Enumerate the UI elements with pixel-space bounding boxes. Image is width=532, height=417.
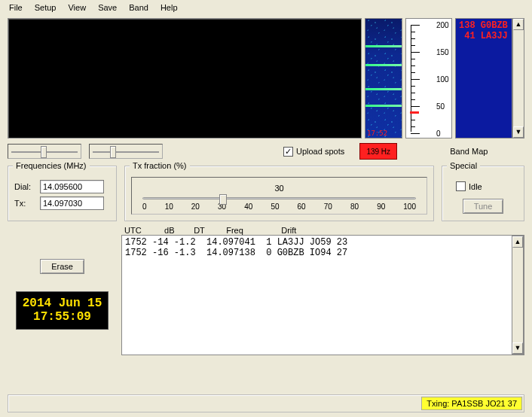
menu-file[interactable]: File: [3, 2, 29, 14]
tune-button[interactable]: Tune: [463, 199, 504, 214]
band-map-scrollbar[interactable]: ▲ ▼: [512, 18, 524, 138]
decode-scrollbar[interactable]: ▲ ▼: [512, 236, 524, 355]
controls-row: ✓ Upload spots 139 Hz Band Map: [8, 143, 524, 160]
tx-fraction-value: 30: [142, 184, 416, 193]
decode-row: 1752 -14 -1.2 14.097041 1 LA3JJ JO59 23: [125, 237, 509, 248]
scroll-down-icon[interactable]: ▼: [512, 342, 523, 354]
tx-fraction-group: Tx fraction (%) 30 0 10 20 30 40 50 60 7…: [124, 166, 434, 221]
frequencies-group: Frequencies (MHz) Dial: Tx:: [8, 166, 117, 221]
gain-slider-2[interactable]: [89, 144, 163, 159]
band-map-label: Band Map: [450, 147, 488, 156]
idle-label: Idle: [469, 182, 482, 191]
waterfall-display[interactable]: [8, 18, 362, 138]
band-map[interactable]: 138 G0BZB 41 LA3JJ: [455, 18, 512, 138]
hz-indicator: 139 Hz: [359, 143, 397, 160]
scroll-up-icon[interactable]: ▲: [513, 19, 524, 30]
menu-setup[interactable]: Setup: [29, 2, 63, 14]
upload-spots-label: Upload spots: [296, 147, 344, 156]
menu-bar: File Setup View Save Band Help: [0, 0, 532, 15]
decode-row: 1752 -16 -1.3 14.097138 0 G0BZB IO94 27: [125, 248, 509, 258]
special-group: Special Idle Tune: [442, 166, 524, 221]
idle-checkbox[interactable]: [456, 181, 466, 191]
spectrum-timestamp: 17:52: [367, 129, 387, 137]
menu-save[interactable]: Save: [92, 2, 123, 14]
gain-slider-1[interactable]: [8, 144, 81, 159]
scroll-up-icon[interactable]: ▲: [512, 236, 523, 248]
tx-fraction-ticks: 0 10 20 30 40 50 60 70 80 90 100: [142, 202, 416, 211]
upload-spots-checkbox[interactable]: ✓: [283, 147, 293, 157]
dial-label: Dial:: [14, 182, 37, 191]
top-region: 17:52 200 150 100 50 0 138 G0BZB 41 LA3J…: [8, 18, 524, 138]
settings-row: Frequencies (MHz) Dial: Tx: Tx fraction …: [8, 166, 524, 221]
menu-help[interactable]: Help: [154, 2, 184, 14]
tx-input[interactable]: [40, 196, 104, 210]
tx-status: Txing: PA1SSB JO21 37: [421, 397, 522, 410]
tx-label: Tx:: [14, 199, 37, 208]
lower-row: Erase 2014 Jun 15 17:55:09 UTC dB DT Fre…: [8, 226, 524, 355]
spectrum-display[interactable]: 17:52: [365, 18, 402, 138]
scroll-down-icon[interactable]: ▼: [513, 126, 524, 138]
decode-header: UTC dB DT Freq Drift: [121, 226, 524, 235]
menu-band[interactable]: Band: [123, 2, 154, 14]
clock-display: 2014 Jun 15 17:55:09: [17, 292, 109, 329]
scale-red-marker: [410, 111, 419, 114]
menu-view[interactable]: View: [62, 2, 92, 14]
tx-fraction-slider[interactable]: [142, 197, 416, 199]
frequency-scale: 200 150 100 50 0: [405, 18, 452, 138]
dial-input[interactable]: [40, 180, 104, 193]
decode-list[interactable]: 1752 -14 -1.2 14.097041 1 LA3JJ JO59 231…: [122, 236, 512, 355]
status-bar: Txing: PA1SSB JO21 37: [8, 394, 524, 412]
erase-button[interactable]: Erase: [40, 259, 84, 274]
